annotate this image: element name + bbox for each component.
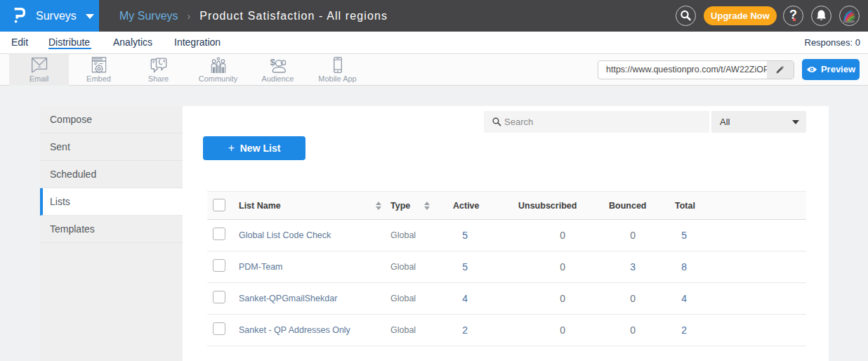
svg-text:$: $: [270, 57, 275, 67]
